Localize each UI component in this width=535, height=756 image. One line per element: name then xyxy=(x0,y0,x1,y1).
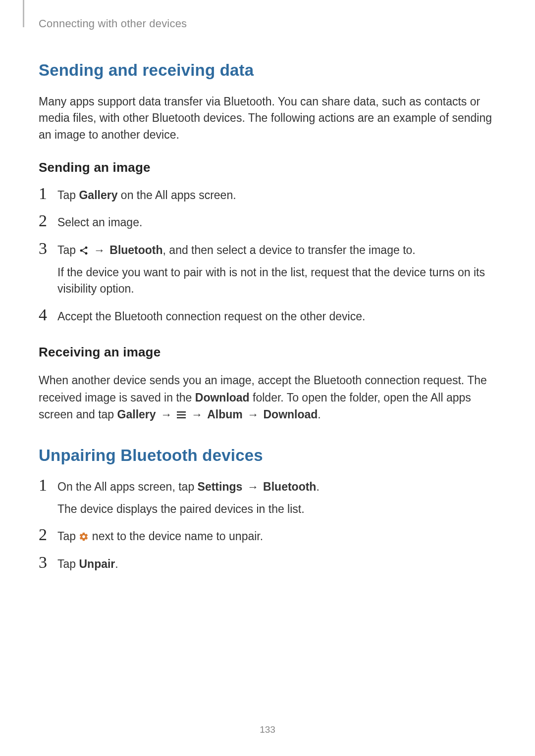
step-2-sending: 2 Select an image. xyxy=(39,214,496,231)
step-number: 3 xyxy=(39,240,54,257)
text-bold: Album xyxy=(207,408,243,421)
step-3-unpair: 3 Tap Unpair. xyxy=(39,556,496,572)
step-number: 2 xyxy=(39,212,54,229)
text: Tap xyxy=(57,530,79,543)
header-tick xyxy=(23,0,24,27)
svg-rect-1 xyxy=(177,414,186,415)
step-2-unpair: 2 Tap next to the device name to unpair. xyxy=(39,528,496,545)
text-bold: Bluetooth xyxy=(263,480,316,493)
arrow: → xyxy=(156,408,177,421)
text-bold: Download xyxy=(263,408,318,421)
share-icon xyxy=(79,246,89,255)
step-body: Tap → Bluetooth, and then select a devic… xyxy=(54,242,496,298)
step-1-unpair: 1 On the All apps screen, tap Settings →… xyxy=(39,479,496,518)
section-title-unpairing: Unpairing Bluetooth devices xyxy=(39,446,496,465)
intro-paragraph: Many apps support data transfer via Blue… xyxy=(39,94,496,143)
arrow: → xyxy=(186,408,207,421)
arrow: → xyxy=(242,480,263,493)
page-number: 133 xyxy=(0,724,535,735)
text: . xyxy=(115,557,118,570)
text-bold: Download xyxy=(195,391,250,404)
breadcrumb: Connecting with other devices xyxy=(39,17,496,30)
text: Tap xyxy=(57,244,79,256)
page-content: Connecting with other devices Sending an… xyxy=(0,0,535,572)
text: Select an image. xyxy=(57,216,142,229)
step-body: Tap Gallery on the All apps screen. xyxy=(54,187,496,203)
text-bold: Bluetooth xyxy=(109,244,162,256)
step-sub-text: If the device you want to pair with is n… xyxy=(57,264,496,298)
text: on the All apps screen. xyxy=(117,189,236,202)
section-title-sending-receiving: Sending and receiving data xyxy=(39,61,496,80)
step-number: 2 xyxy=(39,526,54,543)
text: Tap xyxy=(57,189,79,202)
gear-icon xyxy=(79,532,89,542)
arrow: → xyxy=(243,408,264,421)
step-body: On the All apps screen, tap Settings → B… xyxy=(54,479,496,518)
svg-rect-0 xyxy=(177,411,186,412)
subhead-receiving-image: Receiving an image xyxy=(39,345,496,360)
step-body: Accept the Bluetooth connection request … xyxy=(54,308,496,325)
text: On the All apps screen, tap xyxy=(57,480,198,493)
step-body: Select an image. xyxy=(54,214,496,231)
step-3-sending: 3 Tap → Bluetooth, and then select a dev… xyxy=(39,242,496,298)
text-bold: Settings xyxy=(198,480,243,493)
step-sub-text: The device displays the paired devices i… xyxy=(57,501,496,517)
text-bold: Gallery xyxy=(117,408,156,421)
text: , and then select a device to transfer t… xyxy=(163,244,416,256)
step-number: 1 xyxy=(39,185,54,202)
text: Tap xyxy=(57,557,79,570)
step-body: Tap Unpair. xyxy=(54,556,496,572)
text-bold: Unpair xyxy=(79,557,115,570)
menu-icon xyxy=(176,411,186,419)
step-number: 4 xyxy=(39,306,54,323)
step-number: 3 xyxy=(39,554,54,571)
text: Accept the Bluetooth connection request … xyxy=(57,310,365,323)
text: . xyxy=(316,480,319,493)
text: next to the device name to unpair. xyxy=(89,530,263,543)
subhead-sending-image: Sending an image xyxy=(39,160,496,175)
svg-rect-2 xyxy=(177,417,186,418)
step-1-sending: 1 Tap Gallery on the All apps screen. xyxy=(39,187,496,203)
text: . xyxy=(318,408,321,421)
text-bold: Gallery xyxy=(79,189,117,202)
receiving-paragraph: When another device sends you an image, … xyxy=(39,372,496,423)
step-number: 1 xyxy=(39,477,54,494)
step-4-sending: 4 Accept the Bluetooth connection reques… xyxy=(39,308,496,325)
step-body: Tap next to the device name to unpair. xyxy=(54,528,496,545)
arrow: → xyxy=(89,244,109,256)
